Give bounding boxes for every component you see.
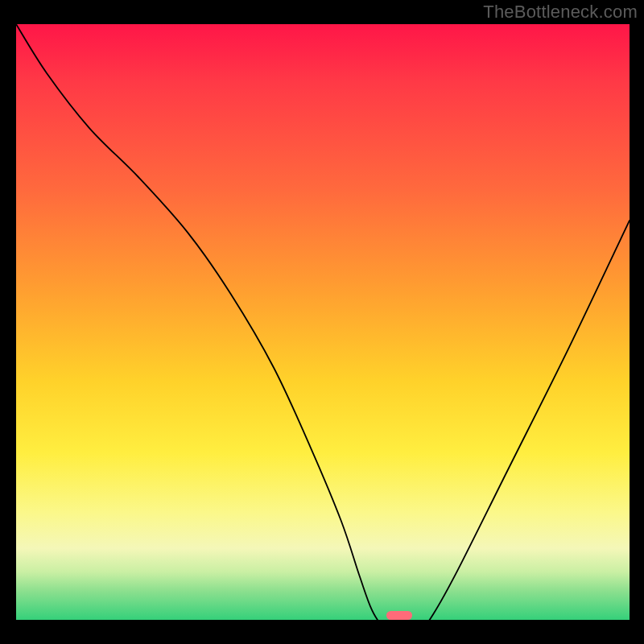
watermark-label: TheBottleneck.com xyxy=(483,2,638,23)
chart-frame: TheBottleneck.com xyxy=(0,0,644,644)
bottleneck-curve xyxy=(16,24,630,620)
plot-area xyxy=(16,24,630,620)
